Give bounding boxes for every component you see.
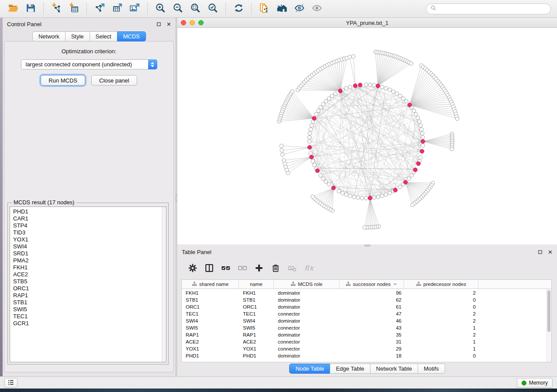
tab-motifs[interactable]: Motifs [418,364,445,374]
table-row[interactable]: STB1STB1dominator620 [182,296,547,303]
search-input[interactable] [439,5,547,12]
table-row[interactable]: TEC1TEC1connector472 [182,310,547,317]
home-button[interactable] [275,2,288,15]
table-row[interactable]: YOX1YOX1connector291 [182,345,547,352]
column-header-shared-name[interactable]: shared name [182,280,239,289]
float-table-panel-button[interactable] [538,250,543,254]
columns-button[interactable] [203,262,216,275]
run-mcds-button[interactable]: Run MCDS [41,75,85,86]
gear-button[interactable] [186,262,199,275]
mcds-result-item[interactable]: YOX1 [13,236,166,243]
table-cell: 18 [339,353,404,358]
table-row[interactable]: RAP1RAP1dominator352 [182,331,547,338]
table-row[interactable]: FKH1FKH1dominator962 [182,289,547,296]
tab-style[interactable]: Style [65,31,90,41]
zoom-out-button[interactable] [171,2,184,15]
mcds-result-item[interactable]: RAP1 [13,292,166,299]
close-mcds-panel-button[interactable]: Close panel [91,75,137,86]
table-cell: 43 [339,325,404,330]
table-row[interactable]: SWI5SWI5connector431 [182,324,547,331]
mcds-result-item[interactable]: ACE2 [13,271,166,278]
task-history-button[interactable] [4,378,17,388]
table-row[interactable]: PHD1PHD1dominator180 [182,352,547,359]
mcds-result-item[interactable]: STB5 [13,278,166,285]
clone-network-button[interactable] [258,2,271,15]
mcds-result-item[interactable]: PMA2 [13,257,166,264]
table-cell: SWI5 [239,325,274,330]
criterion-dropdown[interactable]: largest connected component (undirected) [21,59,157,69]
tab-mcds[interactable]: MCDS [117,31,146,41]
import-table-button[interactable] [67,2,80,15]
delete-row-button[interactable] [269,262,282,275]
save-session-button[interactable] [24,2,37,15]
select-all-button[interactable] [219,262,232,275]
table-scrollbar[interactable] [547,289,551,362]
export-image-button[interactable] [128,2,141,15]
zoom-in-button[interactable] [154,2,167,15]
mcds-result-group: MCDS result (17 nodes) PHD1CAR1STP4TID3Y… [7,203,169,364]
tab-edge-table[interactable]: Edge Table [330,364,370,374]
column-header-successor-nodes[interactable]: successor nodes [339,280,404,289]
export-network-button[interactable] [93,2,106,15]
tab-network[interactable]: Network [32,31,66,41]
mcds-result-item[interactable]: STP4 [13,222,166,229]
mcds-result-item[interactable]: TEC1 [13,313,166,320]
mcds-result-item[interactable]: PHD1 [13,208,166,215]
mcds-list-scrollbar[interactable] [162,207,166,362]
search-box[interactable] [426,3,551,14]
table-panel: Table Panel f(x) shared namenameMCDS rol… [177,247,557,376]
node-table: shared namenameMCDS rolesuccessor nodesp… [181,279,552,362]
column-header-mcds-role[interactable]: MCDS role [274,280,339,289]
add-row-button[interactable] [253,262,266,275]
show-details-button[interactable] [310,2,323,15]
maximize-window-button[interactable] [198,20,204,25]
network-canvas[interactable] [177,28,557,244]
scrollbar-thumb[interactable] [547,290,550,332]
control-panel-tabs: NetworkStyleSelectMCDS [3,31,176,41]
tab-node-table[interactable]: Node Table [289,364,330,374]
mcds-result-item[interactable]: GCR1 [13,320,166,327]
minimize-window-button[interactable] [190,20,195,25]
hide-details-button[interactable] [293,2,306,15]
mcds-result-item[interactable]: SWI4 [13,243,166,250]
function-button[interactable]: f(x) [302,262,315,275]
mcds-result-item[interactable]: TID3 [13,229,166,236]
table-cell: FKH1 [182,290,239,296]
table-cell: 31 [339,339,404,344]
tab-network-table[interactable]: Network Table [370,364,418,374]
network-graph[interactable] [177,28,557,244]
close-control-panel-button[interactable] [166,22,171,27]
memory-button[interactable]: Memory [517,378,553,388]
mcds-result-item[interactable]: FKH1 [13,264,166,271]
table-row[interactable]: ACE2ACE2connector311 [182,338,547,345]
table-row[interactable]: ORC1ORC1dominator610 [182,303,547,310]
toolbar-icon-groups [0,2,325,15]
zoom-selected-button[interactable] [206,2,219,15]
delete-table-button[interactable] [286,262,299,275]
mcds-result-item[interactable]: ORC1 [13,285,166,292]
column-label: successor nodes [353,282,391,287]
zoom-fit-button[interactable] [189,2,202,15]
import-network-button[interactable] [50,2,63,15]
export-table-button[interactable] [111,2,124,15]
close-table-panel-button[interactable] [548,250,553,254]
mcds-result-item[interactable]: CAR1 [13,215,166,222]
float-control-panel-button[interactable] [156,22,161,27]
table-row[interactable]: SWI4SWI4dominator462 [182,317,547,324]
open-file-button[interactable] [7,2,20,15]
mcds-result-list[interactable]: PHD1CAR1STP4TID3YOX1SWI4SRD1PMA2FKH1ACE2… [10,206,166,362]
column-header-predecessor-nodes[interactable]: predecessor nodes [404,280,478,289]
select-all-icon [221,263,231,274]
close-window-button[interactable] [181,20,186,25]
mcds-result-item[interactable]: SRD1 [13,250,166,257]
table-cell: YOX1 [182,346,239,351]
table-cell: dominator [274,318,339,323]
tab-select[interactable]: Select [90,31,118,41]
table-cell: connector [274,325,339,330]
table-cell: RAP1 [182,332,239,337]
refresh-button[interactable] [232,2,245,15]
mcds-result-item[interactable]: SWI5 [13,306,166,313]
deselect-all-button[interactable] [236,262,249,275]
mcds-result-item[interactable]: STB1 [13,299,166,306]
column-header-name[interactable]: name [239,280,274,289]
